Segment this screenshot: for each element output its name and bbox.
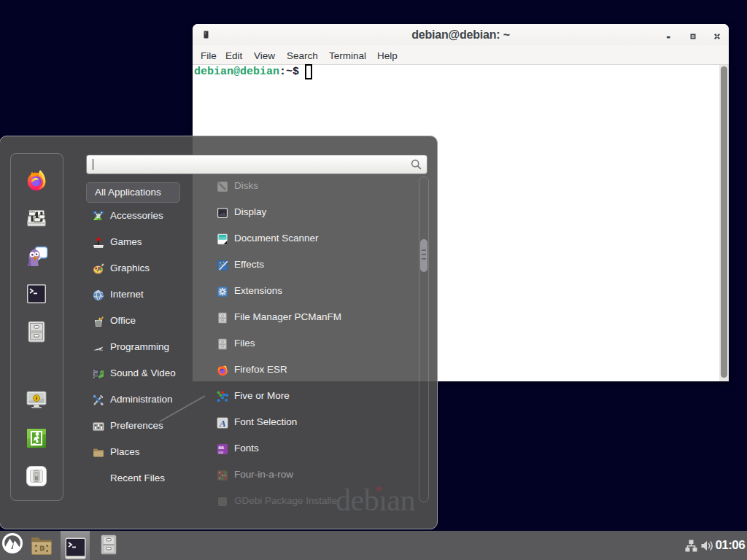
svg-text:A: A — [219, 418, 226, 429]
svg-text:aa: aa — [218, 449, 224, 455]
